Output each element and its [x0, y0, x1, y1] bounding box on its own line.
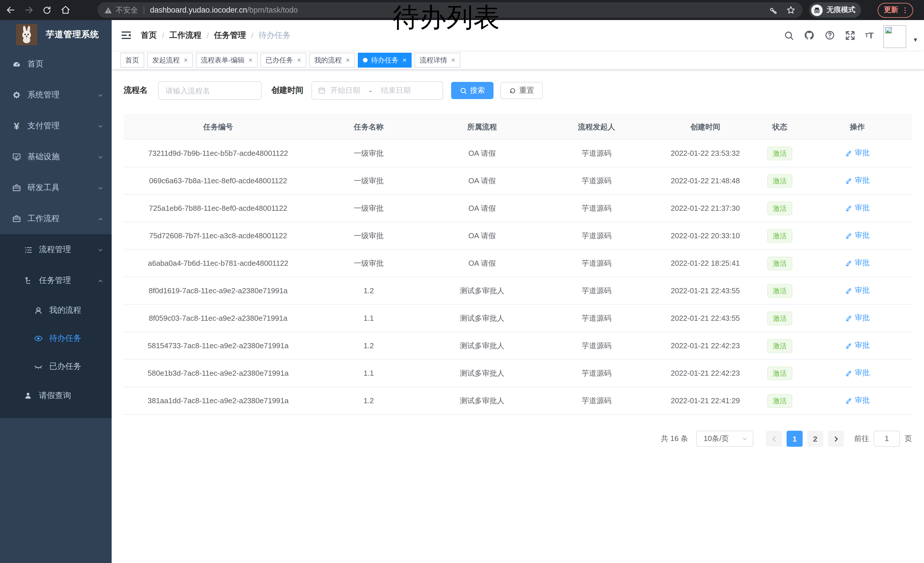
status-cell: 激活 [757, 194, 802, 222]
tab-label: 已办任务 [266, 55, 293, 65]
close-icon[interactable]: × [346, 56, 350, 64]
sidebar-item-首页[interactable]: 首页 [0, 49, 112, 80]
reload-icon[interactable] [39, 2, 55, 18]
task-id-cell: 73211d9d-7b9b-11ec-b5b7-acde48001122 [124, 140, 313, 167]
task-name-cell: 一级审批 [313, 167, 425, 194]
logo-image [16, 24, 37, 45]
prev-page-button[interactable] [766, 431, 782, 447]
forward-icon[interactable] [21, 2, 37, 18]
tab-流程表单-编辑[interactable]: 流程表单-编辑× [196, 53, 258, 68]
approve-link[interactable]: 审批 [845, 395, 870, 406]
search-icon[interactable] [784, 30, 794, 41]
tab-label: 流程详情 [420, 55, 447, 65]
list-tree-icon [23, 245, 33, 254]
tab-已办任务[interactable]: 已办任务× [261, 53, 306, 68]
sidebar-item-系统管理[interactable]: 系统管理 [0, 80, 112, 111]
tab-我的流程[interactable]: 我的流程× [309, 53, 355, 68]
chevron-down-icon [98, 154, 104, 160]
task-id-cell: 069c6a63-7b8a-11ec-8ef0-acde48001122 [124, 167, 313, 194]
approve-link[interactable]: 审批 [845, 203, 870, 213]
pen-icon [845, 314, 852, 322]
avatar-caret-icon[interactable]: ▼ [912, 27, 918, 43]
help-icon[interactable] [824, 30, 835, 41]
sidebar-item-任务管理[interactable]: 任务管理 [0, 265, 112, 296]
sidebar-item-已办任务[interactable]: 已办任务 [0, 352, 112, 380]
approve-link[interactable]: 审批 [845, 258, 870, 268]
approve-link[interactable]: 审批 [845, 176, 870, 186]
breadcrumb-item-任务管理[interactable]: 任务管理 [214, 30, 246, 41]
task-id-cell: 8f0d1619-7ac8-11ec-a9e2-a2380e71991a [124, 277, 313, 305]
approve-link[interactable]: 审批 [845, 313, 870, 323]
back-icon[interactable] [2, 2, 18, 18]
sidebar-collapse-icon[interactable] [112, 30, 141, 41]
next-page-button[interactable] [828, 431, 844, 447]
status-badge: 激活 [767, 229, 792, 243]
sidebar-item-待办任务[interactable]: 待办任务 [0, 324, 112, 352]
status-badge: 激活 [767, 284, 792, 297]
dashboard-icon [12, 60, 22, 69]
process-name-input[interactable] [165, 86, 254, 95]
approve-link[interactable]: 审批 [845, 368, 870, 378]
sidebar-item-工作流程[interactable]: 工作流程 [0, 203, 112, 234]
goto-page-input[interactable]: 1 [874, 431, 900, 447]
address-bar[interactable]: 不安全 dashboard.yudao.iocoder.cn/bpm/task/… [98, 2, 802, 18]
close-icon[interactable]: × [184, 56, 188, 64]
sidebar-item-label: 待办任务 [49, 333, 81, 343]
avatar[interactable] [884, 25, 906, 48]
close-icon[interactable]: × [297, 56, 301, 64]
date-range-picker[interactable]: 开始日期 - 结束日期 [311, 81, 443, 100]
tab-待办任务[interactable]: 待办任务× [358, 53, 412, 68]
starter-cell: 芋道源码 [539, 140, 654, 167]
warning-icon [104, 6, 112, 14]
action-cell: 审批 [802, 249, 912, 277]
sidebar-item-我的流程[interactable]: 我的流程 [0, 296, 112, 324]
url-text[interactable]: dashboard.yudao.iocoder.cn/bpm/task/todo [150, 6, 298, 14]
page-button-2[interactable]: 2 [807, 431, 823, 447]
page-button-1[interactable]: 1 [787, 431, 802, 447]
approve-link[interactable]: 审批 [845, 341, 870, 351]
kebab-menu-icon[interactable] [901, 6, 909, 14]
status-badge: 激活 [767, 256, 792, 270]
search-button[interactable]: 搜索 [451, 82, 494, 99]
approve-link[interactable]: 审批 [845, 285, 870, 296]
sidebar-item-研发工具[interactable]: 研发工具 [0, 173, 112, 203]
action-cell: 审批 [802, 167, 912, 194]
close-icon[interactable]: × [451, 56, 455, 64]
font-size-icon[interactable]: TT [865, 30, 874, 40]
update-button[interactable]: 更新 [878, 3, 913, 18]
sidebar-item-请假查询[interactable]: 请假查询 [0, 380, 112, 411]
site-security[interactable]: 不安全 [104, 5, 138, 15]
chevron-down-icon [98, 92, 104, 98]
column-header-创建时间: 创建时间 [654, 115, 757, 140]
sidebar-item-label: 已办任务 [49, 361, 81, 371]
breadcrumb-item-工作流程[interactable]: 工作流程 [170, 30, 201, 41]
tab-流程详情[interactable]: 流程详情× [414, 53, 460, 68]
key-icon[interactable] [769, 6, 778, 15]
action-cell: 审批 [802, 305, 912, 332]
status-cell: 激活 [757, 140, 802, 167]
goto-label: 前往 [854, 434, 869, 444]
sidebar-item-label: 我的流程 [49, 305, 81, 315]
approve-link[interactable]: 审批 [845, 148, 870, 158]
bookmark-star-icon[interactable] [786, 5, 796, 15]
github-icon[interactable] [804, 30, 814, 41]
search-button-icon [460, 87, 467, 94]
table-row: 75d72608-7b7f-11ec-a3c8-acde48001122一级审批… [124, 222, 912, 249]
sidebar-item-支付管理[interactable]: ¥支付管理 [0, 111, 112, 141]
status-cell: 激活 [757, 305, 802, 332]
table-row: 8f0d1619-7ac8-11ec-a9e2-a2380e71991a1.2测… [124, 277, 912, 305]
fullscreen-icon[interactable] [845, 30, 855, 41]
close-icon[interactable]: × [249, 56, 252, 64]
sidebar-item-流程管理[interactable]: 流程管理 [0, 234, 112, 265]
breadcrumb-item-首页[interactable]: 首页 [141, 30, 157, 41]
close-icon[interactable]: × [402, 56, 406, 64]
home-icon[interactable] [57, 2, 73, 18]
column-header-流程发起人: 流程发起人 [539, 115, 654, 140]
page-size-select[interactable]: 10条/页 [696, 431, 753, 447]
tab-发起流程[interactable]: 发起流程× [147, 53, 193, 68]
sidebar-item-基础设施[interactable]: 基础设施 [0, 141, 112, 173]
app-logo[interactable]: 芋道管理系统 [0, 20, 112, 49]
tab-首页[interactable]: 首页 [120, 53, 144, 68]
approve-link[interactable]: 审批 [845, 231, 870, 241]
reset-button[interactable]: 重置 [500, 82, 543, 99]
